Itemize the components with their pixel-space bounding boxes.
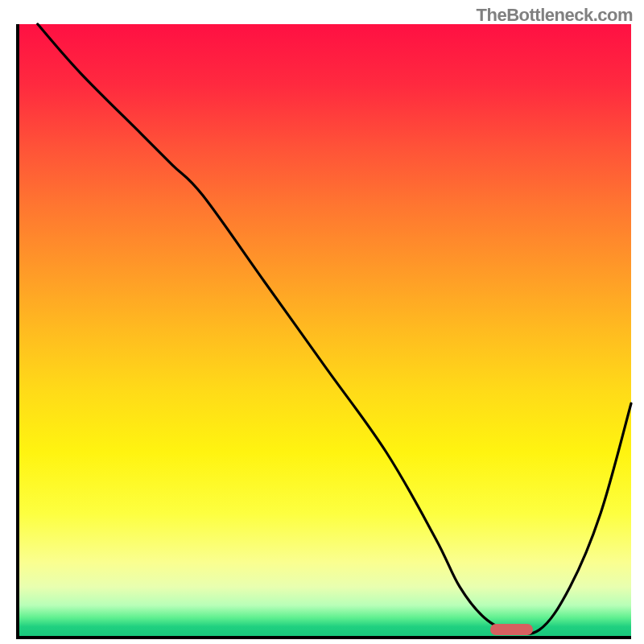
bottleneck-curve-svg <box>19 24 631 636</box>
watermark-text: TheBottleneck.com <box>477 5 633 26</box>
optimal-marker <box>490 624 533 635</box>
chart-plot-area <box>16 24 631 639</box>
bottleneck-curve-path <box>38 24 631 634</box>
